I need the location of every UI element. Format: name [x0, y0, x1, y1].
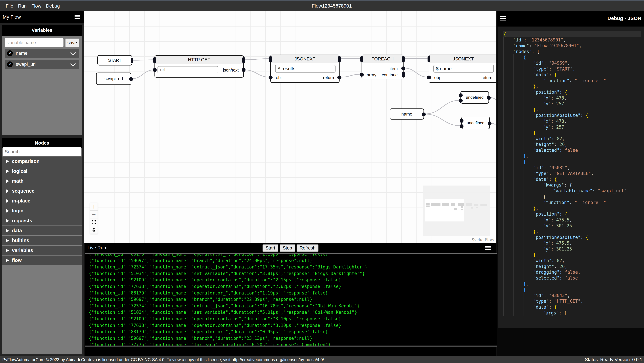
- canvas-controls: + −: [90, 203, 98, 234]
- category-label: comparison: [12, 158, 40, 164]
- json-tokens: "y": 301.25: [543, 223, 572, 229]
- flow-canvas[interactable]: START swapi_url HTTP GET json/text JSONE…: [84, 11, 496, 243]
- data-input-pin[interactable]: [427, 76, 431, 80]
- zoom-in-button[interactable]: +: [90, 203, 98, 210]
- json-tokens: "args": [: [543, 310, 567, 316]
- json-tokens: },: [533, 130, 538, 136]
- menu-item-file[interactable]: File: [3, 3, 16, 8]
- data-input-pin[interactable]: [459, 99, 463, 102]
- node-category-requests[interactable]: requests: [2, 216, 82, 226]
- flow-node-foreach[interactable]: FOREACH item continue array: [362, 54, 404, 80]
- data-input-pin[interactable]: [459, 93, 463, 97]
- data-input-pin[interactable]: [460, 124, 464, 128]
- variable-row[interactable]: swapi_url: [5, 60, 79, 69]
- flow-node-swapi-url[interactable]: swapi_url: [96, 72, 131, 85]
- stop-button[interactable]: Stop: [280, 244, 295, 252]
- menu-item-debug[interactable]: Debug: [44, 3, 62, 8]
- continue-output-pin[interactable]: [402, 72, 405, 78]
- item-output-pin[interactable]: [401, 66, 405, 70]
- start-button[interactable]: Start: [262, 244, 278, 252]
- zoom-out-button[interactable]: −: [90, 210, 98, 218]
- exec-input-pin[interactable]: [360, 56, 363, 62]
- live-run-panel: Live Run StartStopRefresh {"function_id"…: [85, 243, 496, 356]
- variable-row[interactable]: name: [5, 49, 79, 58]
- node-category-flow[interactable]: flow: [2, 256, 82, 266]
- data-output-pin[interactable]: [337, 76, 341, 80]
- minimap-node: [432, 203, 440, 206]
- exec-input-pin[interactable]: [153, 58, 156, 63]
- nodes-search-input[interactable]: [3, 148, 81, 156]
- live-run-hamburger-icon[interactable]: [485, 246, 491, 250]
- data-output-pin[interactable]: [422, 112, 426, 116]
- json-tokens: "data": {: [533, 304, 557, 310]
- remove-variable-icon[interactable]: [7, 62, 13, 67]
- node-category-data[interactable]: data: [2, 226, 82, 236]
- node-category-logic[interactable]: logic: [2, 206, 82, 216]
- json-tokens: "type": "START",: [533, 66, 575, 72]
- data-output-pin[interactable]: [488, 122, 492, 125]
- flow-node-http-get[interactable]: HTTP GET json/text: [154, 56, 244, 78]
- exec-input-pin[interactable]: [428, 56, 430, 62]
- flow-node-undefined-2[interactable]: undefined: [461, 117, 490, 129]
- node-category-comparison[interactable]: comparison: [2, 156, 82, 166]
- exec-output-pin[interactable]: [402, 56, 405, 62]
- menu-item-run[interactable]: Run: [16, 3, 29, 8]
- data-input-pin[interactable]: [269, 76, 272, 80]
- node-category-variables[interactable]: variables: [2, 246, 82, 256]
- indent-guide: [523, 310, 533, 316]
- node-category-sequence[interactable]: sequence: [2, 186, 82, 196]
- indent-guide: [504, 211, 513, 217]
- refresh-button[interactable]: Refresh: [296, 244, 318, 252]
- minimap[interactable]: [423, 186, 490, 236]
- data-output-pin[interactable]: [242, 68, 246, 72]
- json-tokens: },: [533, 206, 538, 212]
- json-tokens: "nodes": [: [513, 49, 540, 54]
- node-label: swapi_url: [96, 73, 131, 84]
- sidebar: My Flow Variables save nameswapi_url Nod…: [0, 11, 84, 356]
- chevron-down-icon[interactable]: [70, 61, 76, 66]
- node-category-in-place[interactable]: in-place: [2, 196, 82, 206]
- save-button[interactable]: save: [65, 38, 79, 47]
- expand-arrow-icon: [6, 219, 9, 223]
- pin-label-item: item: [390, 66, 398, 71]
- node-category-math[interactable]: math: [2, 176, 82, 186]
- fit-view-button[interactable]: [90, 218, 98, 226]
- flow-node-jsonext-name[interactable]: JSONEXT obj return: [429, 54, 496, 83]
- jsonpath-input[interactable]: [275, 65, 336, 72]
- indent-guide: [513, 269, 523, 275]
- exec-input-pin[interactable]: [269, 56, 272, 62]
- node-label: START: [98, 56, 132, 65]
- flow-node-undefined-1[interactable]: undefined: [460, 91, 489, 104]
- hamburger-menu-icon[interactable]: [74, 15, 80, 19]
- data-input-pin[interactable]: [460, 119, 464, 123]
- variable-name-input[interactable]: [5, 38, 64, 47]
- remove-variable-icon[interactable]: [7, 50, 13, 56]
- url-input[interactable]: [158, 66, 218, 73]
- category-label: data: [12, 228, 22, 234]
- indent-guide: [523, 118, 533, 124]
- jsonpath-input[interactable]: [434, 65, 494, 72]
- flow-node-name[interactable]: name: [390, 108, 424, 120]
- flow-node-start[interactable]: START: [98, 55, 132, 66]
- node-category-builtins[interactable]: builtins: [2, 236, 82, 246]
- lock-button[interactable]: [90, 226, 98, 234]
- indent-guide: [504, 43, 513, 49]
- json-tokens: "x": 478,: [543, 118, 567, 124]
- chevron-down-icon[interactable]: [70, 50, 76, 55]
- data-input-pin[interactable]: [153, 68, 157, 72]
- exec-output-pin[interactable]: [338, 56, 341, 62]
- indent-guide: [513, 287, 523, 293]
- json-tokens: },: [533, 107, 538, 113]
- exec-output-pin[interactable]: [242, 58, 245, 63]
- exec-output-pin[interactable]: [131, 58, 133, 63]
- data-output-pin[interactable]: [487, 96, 491, 100]
- flow-node-jsonext-results[interactable]: JSONEXT obj return: [270, 54, 340, 83]
- node-category-logical[interactable]: logical: [2, 166, 82, 176]
- array-input-pin[interactable]: [360, 73, 364, 76]
- status-text: Status: Ready Version: 0.0.1: [585, 357, 642, 362]
- data-output-pin[interactable]: [129, 77, 133, 81]
- debug-hamburger-icon[interactable]: [500, 16, 506, 20]
- menu-item-flow[interactable]: Flow: [29, 3, 44, 8]
- json-line: "data": {: [504, 304, 644, 310]
- indent-guide: [523, 293, 533, 298]
